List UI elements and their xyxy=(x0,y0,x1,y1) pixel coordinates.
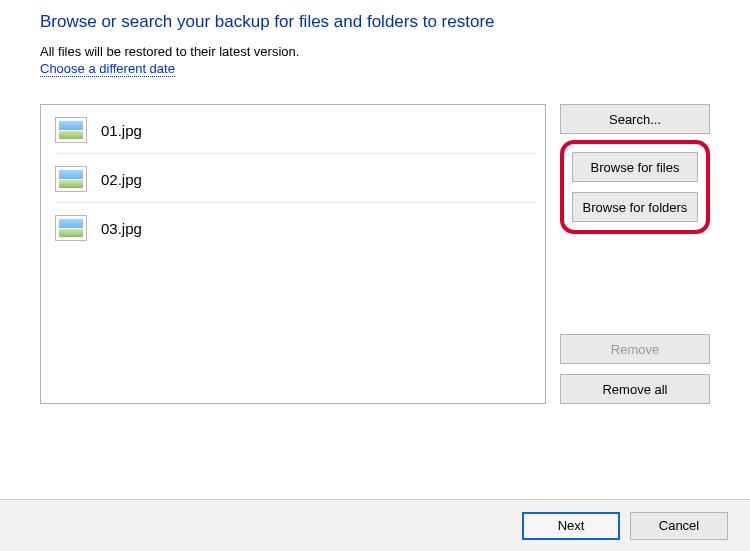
image-file-icon xyxy=(55,215,87,241)
remove-all-button[interactable]: Remove all xyxy=(560,374,710,404)
image-file-icon xyxy=(55,117,87,143)
image-file-icon xyxy=(55,166,87,192)
list-item[interactable]: 01.jpg xyxy=(55,111,535,154)
file-name: 01.jpg xyxy=(101,122,142,139)
list-item[interactable]: 02.jpg xyxy=(55,160,535,203)
browse-folders-button[interactable]: Browse for folders xyxy=(572,192,698,222)
next-button[interactable]: Next xyxy=(522,512,620,540)
footer-bar: Next Cancel xyxy=(0,499,750,551)
search-button[interactable]: Search... xyxy=(560,104,710,134)
browse-files-button[interactable]: Browse for files xyxy=(572,152,698,182)
file-list[interactable]: 01.jpg 02.jpg 03.jpg xyxy=(40,104,546,404)
annotation-highlight: Browse for files Browse for folders xyxy=(560,140,710,234)
subtext-version: All files will be restored to their late… xyxy=(40,44,710,59)
side-buttons: Search... Browse for files Browse for fo… xyxy=(560,104,710,404)
remove-button: Remove xyxy=(560,334,710,364)
page-title: Browse or search your backup for files a… xyxy=(40,12,710,32)
file-name: 03.jpg xyxy=(101,220,142,237)
file-name: 02.jpg xyxy=(101,171,142,188)
choose-date-link[interactable]: Choose a different date xyxy=(40,61,175,77)
list-item[interactable]: 03.jpg xyxy=(55,209,535,251)
cancel-button[interactable]: Cancel xyxy=(630,512,728,540)
